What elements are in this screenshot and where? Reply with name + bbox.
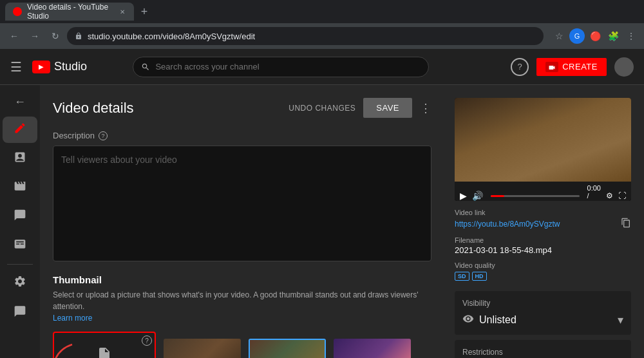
video-content (455, 98, 631, 182)
content-wrapper: Video details UNDO CHANGES SAVE ⋮ Descri… (40, 85, 644, 358)
browser-tab[interactable]: Video details - YouTube Studio ✕ (5, 3, 134, 21)
description-help-icon: ? (99, 131, 108, 140)
copy-link-button[interactable] (621, 218, 631, 230)
tab-close-button[interactable]: ✕ (118, 7, 126, 16)
refresh-button[interactable]: ↻ (46, 27, 64, 45)
header-actions: ? CREATE (511, 57, 634, 77)
thumbnail-option-1[interactable] (164, 339, 241, 358)
page-actions: UNDO CHANGES SAVE ⋮ (289, 98, 431, 118)
sidebar-item-content[interactable] (3, 174, 37, 201)
video-controls: ▶ 🔊 0:00 / 0:06 ⚙ ⛶ (455, 182, 631, 201)
search-input[interactable] (155, 62, 421, 71)
user-avatar[interactable] (614, 57, 634, 77)
visibility-label: Visibility (462, 299, 623, 308)
undo-changes-button[interactable]: UNDO CHANGES (289, 104, 355, 113)
video-link-label: Video link (455, 209, 631, 216)
video-preview: ▶ 🔊 0:00 / 0:06 ⚙ ⛶ (455, 98, 631, 201)
save-button[interactable]: SAVE (363, 98, 412, 118)
eye-icon (462, 313, 474, 327)
video-camera-icon (548, 64, 556, 70)
help-button[interactable]: ? (511, 58, 529, 76)
app-header: ☰ Studio ? CREATE (0, 49, 644, 85)
feedback-icon (14, 304, 26, 320)
tab-favicon (13, 7, 22, 16)
learn-more-link[interactable]: Learn more (53, 314, 92, 323)
description-section: Description ? Tell viewers about your vi… (53, 131, 431, 261)
search-bar[interactable] (133, 57, 429, 77)
sidebar-item-settings[interactable] (3, 270, 37, 296)
sidebar-item-edit[interactable] (3, 117, 37, 143)
subtitles-icon (14, 238, 26, 254)
thumbnail-preview-2 (250, 340, 325, 358)
sidebar-item-analytics[interactable] (3, 146, 37, 172)
header-logo: Studio (32, 60, 87, 73)
thumbnail-preview-1 (164, 339, 241, 358)
thumbnail-preview-3 (334, 339, 411, 358)
thumbnail-grid: ? Upload thumbnail (53, 332, 431, 358)
description-label: Description ? (53, 131, 431, 140)
sidebar-item-back[interactable]: ← (3, 90, 37, 114)
sidebar: ← (0, 85, 40, 358)
thumbnail-option-2[interactable] (249, 339, 326, 358)
visibility-dropdown[interactable]: ▾ (618, 313, 623, 327)
quality-badges: SD HD (455, 272, 631, 281)
puzzle-icon[interactable]: 🧩 (605, 28, 621, 44)
create-button[interactable]: CREATE (536, 58, 607, 76)
content-icon (14, 180, 26, 196)
back-button[interactable]: ← (5, 27, 23, 45)
page-header: Video details UNDO CHANGES SAVE ⋮ (53, 98, 431, 118)
extension-icon[interactable]: 🔴 (587, 28, 603, 44)
back-icon: ← (14, 95, 26, 109)
filename-section: Filename 2021-03-01 18-55-48.mp4 (455, 236, 631, 255)
thumbnail-description: Select or upload a picture that shows wh… (53, 289, 431, 324)
visibility-value: Unlisted ▾ (462, 313, 623, 327)
create-label: CREATE (562, 62, 598, 71)
main-content-area: Video details UNDO CHANGES SAVE ⋮ Descri… (40, 85, 644, 358)
search-icon (141, 62, 150, 71)
description-textarea[interactable]: Tell viewers about your video (53, 146, 431, 261)
youtube-logo-icon (32, 61, 50, 73)
hd-badge: HD (472, 272, 487, 281)
quality-label: Video quality (455, 261, 631, 269)
play-button[interactable]: ▶ (460, 191, 467, 201)
address-bar[interactable]: studio.youtube.com/video/8Am0ySVgztw/edi… (67, 27, 544, 45)
thumbnail-section: Thumbnail Select or upload a picture tha… (53, 274, 431, 358)
right-panel: ▶ 🔊 0:00 / 0:06 ⚙ ⛶ Video link https:/ (444, 98, 631, 358)
edit-icon (14, 122, 26, 138)
thumbnail-option-3[interactable] (334, 339, 411, 358)
upload-thumbnail-button[interactable]: ? Upload thumbnail (53, 332, 156, 358)
filename-label: Filename (455, 236, 631, 244)
hamburger-menu[interactable]: ☰ (10, 59, 22, 75)
upload-help-icon: ? (142, 335, 152, 346)
lock-icon (75, 32, 82, 40)
analytics-icon (14, 151, 26, 167)
video-link: https://youtu.be/8Am0ySVgztw (455, 218, 631, 230)
app-body: ← (0, 85, 644, 358)
fullscreen-button[interactable]: ⛶ (618, 191, 626, 200)
new-tab-button[interactable]: + (137, 4, 152, 19)
url-display: studio.youtube.com/video/8Am0ySVgztw/edi… (88, 32, 255, 41)
quality-section: Video quality SD HD (455, 261, 631, 281)
visibility-inner: Unlisted (462, 313, 516, 327)
sidebar-divider (7, 264, 33, 265)
forward-button[interactable]: → (26, 27, 44, 45)
sidebar-item-feedback[interactable] (3, 299, 37, 325)
browser-icons: ☆ G 🔴 🧩 ⋮ (551, 28, 639, 44)
settings-button[interactable]: ⚙ (606, 191, 613, 200)
menu-icon[interactable]: ⋮ (623, 28, 639, 44)
left-column: Video details UNDO CHANGES SAVE ⋮ Descri… (53, 98, 431, 358)
sidebar-item-comments[interactable] (3, 203, 37, 230)
sidebar-item-subtitles[interactable] (3, 232, 37, 259)
progress-bar[interactable] (491, 195, 580, 197)
settings-icon (14, 275, 26, 291)
create-icon (545, 62, 558, 72)
video-url-link[interactable]: https://youtu.be/8Am0ySVgztw (455, 220, 560, 229)
video-link-section: Video link https://youtu.be/8Am0ySVgztw (455, 209, 631, 230)
profile-icon[interactable]: G (569, 28, 585, 44)
upload-icon (97, 346, 112, 358)
volume-button[interactable]: 🔊 (472, 191, 483, 201)
visibility-text: Unlisted (479, 314, 516, 326)
bookmark-icon[interactable]: ☆ (551, 28, 567, 44)
more-options-button[interactable]: ⋮ (420, 101, 431, 115)
browser-chrome: Video details - YouTube Studio ✕ + ← → ↻… (0, 0, 644, 49)
